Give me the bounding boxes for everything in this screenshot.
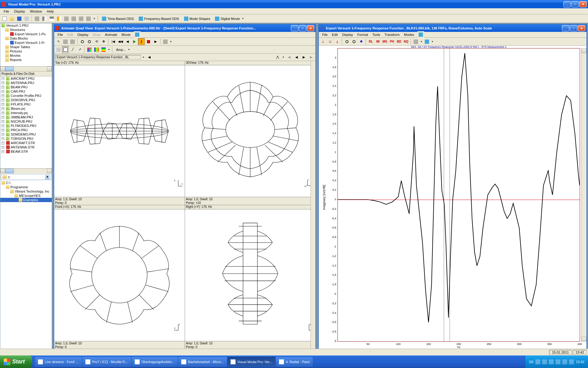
animate-minimize-button[interactable]: _ (291, 25, 298, 31)
chart-close-button[interactable]: ✕ (578, 25, 585, 31)
amp-dropdown[interactable]: Amp...▾ (114, 46, 133, 53)
bode-button[interactable]: BD (396, 38, 402, 45)
pane-right-canvas[interactable]: zx (185, 209, 315, 341)
tray-lang[interactable]: DE (529, 360, 533, 364)
animate-titlebar[interactable]: Animate Quad View: Export Versuch 1-Puls… (54, 25, 315, 32)
tree-item[interactable]: Export Versuch 1-Pu (0, 32, 52, 36)
pane-top-canvas[interactable]: yx (54, 65, 185, 197)
imag-button[interactable]: IM (375, 38, 381, 45)
files-hscroll[interactable] (0, 168, 52, 173)
file-item[interactable]: +TORSION.PRJ (0, 136, 52, 141)
file-item[interactable]: +FPLATE.PRJ (0, 102, 52, 106)
animate-close-button[interactable]: ✕ (307, 25, 314, 31)
time-based-ods-button[interactable]: Time-Based ODS (100, 15, 136, 22)
file-item[interactable]: +AIRCRAFT.STR (0, 141, 52, 145)
chart-menu-format[interactable]: Format (355, 33, 370, 37)
tray-icon-1[interactable] (535, 359, 540, 364)
chart-zoom-out-button[interactable] (351, 38, 357, 45)
file-item[interactable]: +BEAM.STR (0, 149, 52, 154)
file-item[interactable]: +NSCRUB.PRJ (0, 119, 52, 124)
chart-menu-display[interactable]: Display (340, 33, 355, 37)
file-item[interactable]: +PRCH.PRJ (0, 128, 52, 132)
zoom-in-button[interactable] (79, 38, 86, 45)
close-button[interactable]: ✕ (579, 1, 587, 7)
layout-button-7[interactable] (78, 15, 85, 22)
pan-button[interactable]: ✥ (100, 38, 107, 45)
animate-menu-display[interactable]: Display (75, 33, 91, 37)
tray-icon-3[interactable] (549, 359, 554, 364)
pane-top[interactable]: Top (+Z): 179, Hz (54, 61, 185, 205)
chart-menu-tools[interactable]: Tools (370, 33, 383, 37)
mode-shapes-button[interactable]: Mode Shapes (182, 15, 213, 22)
file-item[interactable]: +IBeam.prj (0, 106, 52, 111)
view-dd-button[interactable]: ▾ (169, 40, 173, 43)
surface-mode-3[interactable]: ╱ (69, 46, 76, 53)
cursor-line[interactable] (444, 48, 444, 341)
taskbar-item[interactable]: Visual Modal Pro: Ver... (228, 357, 275, 367)
animate-maximize-button[interactable]: □ (299, 25, 306, 31)
chart-maximize-button[interactable]: □ (570, 25, 577, 31)
zoom-out-button[interactable] (86, 38, 93, 45)
real-button[interactable]: RL (368, 38, 374, 45)
layout-button-6[interactable] (70, 15, 77, 22)
chart-menu-edit[interactable]: Edit (330, 33, 340, 37)
chart-menu-transform[interactable]: Transform (382, 33, 402, 37)
layout-button-3[interactable] (48, 15, 55, 22)
chart-auto-button[interactable]: ✱ (358, 38, 364, 45)
system-tray[interactable]: DE 13:42 (525, 355, 588, 368)
chart-menu-extra-button[interactable] (417, 31, 424, 38)
step-back-button[interactable]: ◀ (124, 38, 131, 45)
surface-mode-4[interactable]: ↗ (76, 46, 83, 53)
grid-toggle-button[interactable] (413, 38, 419, 45)
tree-item[interactable]: Movies (0, 53, 52, 58)
layout-more-button[interactable]: ▾ (92, 17, 96, 20)
nav2-step-next-button[interactable]: ▶ (300, 54, 307, 61)
open-button[interactable] (9, 15, 15, 22)
gradient2-button[interactable] (100, 46, 107, 53)
layout-button-1[interactable] (34, 15, 40, 22)
chart-vscroll[interactable] (581, 48, 586, 342)
animate-menu-animate[interactable]: Animate (103, 33, 119, 37)
quad-vscroll[interactable] (311, 61, 315, 349)
file-item[interactable]: +BEAM.PRJ (0, 85, 52, 89)
taskbar-item[interactable]: Bachelorarbeit - Micro... (178, 357, 227, 367)
chart-menu-modes[interactable]: Modes (402, 33, 416, 37)
file-item[interactable]: +ANTENNA.PRJ (0, 81, 52, 85)
play-button[interactable] (131, 38, 138, 45)
menu-help[interactable]: Help (44, 9, 56, 14)
rotate-button[interactable]: ⟲ (93, 38, 100, 45)
pane-right[interactable]: Right (+Y): 179, Hz (185, 205, 315, 349)
start-button[interactable]: Start (0, 355, 32, 368)
chart-zoom-in-button[interactable] (344, 38, 350, 45)
animate-menu-extra-button[interactable] (134, 31, 141, 38)
cursor-line[interactable] (450, 48, 450, 341)
nav2-next-button[interactable]: ▶ (308, 54, 315, 61)
mag-button[interactable]: MG (382, 38, 388, 45)
grid-button[interactable] (69, 38, 76, 45)
drive-combo[interactable]: c:▾ (1, 174, 51, 180)
file-item[interactable]: +ANTENNA.STR (0, 145, 52, 149)
tray-icon-5[interactable] (562, 359, 567, 364)
tree-item[interactable]: Data Blocks (0, 36, 52, 40)
tree-root[interactable]: Versuch 1.PRJ (0, 23, 52, 28)
file-item[interactable]: +SDMDEMO.PRJ (0, 132, 52, 136)
folder-item[interactable]: Vibrant Technology, Inc (0, 189, 52, 194)
stop-button[interactable] (145, 38, 152, 45)
frequency-based-ods-button[interactable]: Frequency-Based ODS (137, 15, 181, 22)
layout-button-5[interactable] (63, 15, 70, 22)
tree-item[interactable]: Structures (0, 28, 52, 32)
layout-button-2[interactable] (41, 15, 48, 22)
file-item[interactable]: +AIRCRAFT.PRJ (0, 76, 52, 81)
folder-item[interactable]: ME'scopeVES (0, 194, 52, 198)
cursor-dd-button[interactable]: ▾ (281, 56, 285, 59)
chart-titlebar[interactable]: Export Versuch 1-Frequency Response Func… (319, 25, 586, 32)
pane-3d[interactable]: 3DView: 179, Hz (185, 61, 315, 205)
tree-item[interactable]: Reports (0, 58, 52, 62)
animate-menu-edit[interactable]: Edit (65, 33, 75, 37)
pane-front[interactable]: Front (+X): 179, Hz (54, 205, 185, 349)
cursor-band-button[interactable]: ⊔ (327, 38, 334, 45)
phase-button[interactable]: PH (389, 38, 395, 45)
color-palette-button[interactable] (86, 46, 93, 53)
pane-front-canvas[interactable]: zy (54, 209, 185, 341)
folder-item[interactable]: C:\ (0, 181, 52, 185)
